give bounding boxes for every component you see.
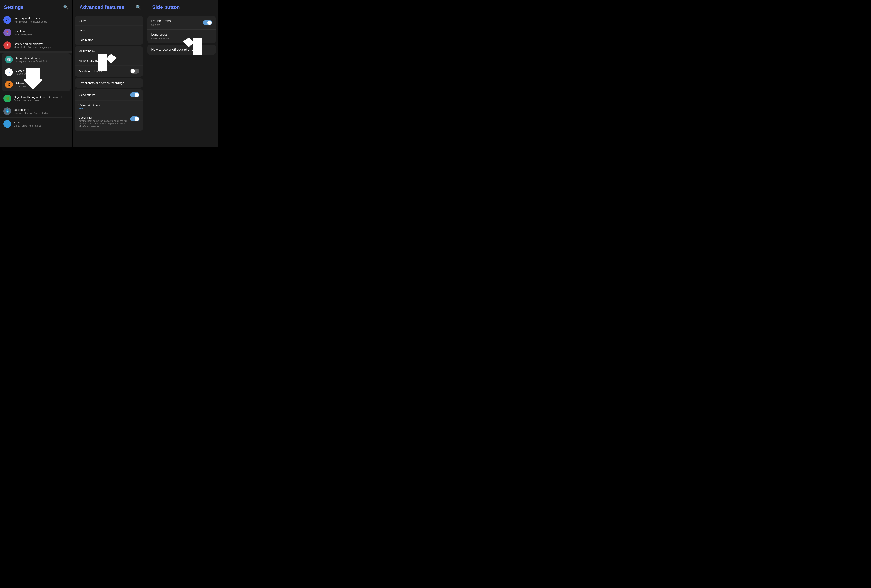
videobrightness-subtitle: Normal bbox=[79, 107, 100, 110]
advanced-title: Advanced features bbox=[15, 81, 39, 85]
advanced-features-title: Advanced features bbox=[79, 4, 124, 10]
doublepress-title: Double press bbox=[151, 19, 171, 23]
settings-header: Settings 🔍 bbox=[0, 0, 72, 13]
safety-title: Safety and emergency bbox=[14, 42, 55, 45]
videobrightness-title: Video brightness bbox=[79, 104, 100, 107]
side-item-howtopower[interactable]: How to power off your phone bbox=[147, 45, 216, 55]
safety-icon: ⚠ bbox=[3, 42, 11, 49]
doublepress-subtitle: Camera bbox=[151, 24, 171, 26]
adv-item-sidebutton[interactable]: Side button bbox=[75, 35, 143, 45]
settings-item-wellbeing[interactable]: 🌿 Digital Wellbeing and parental control… bbox=[0, 92, 72, 105]
google-subtitle: Google services bbox=[15, 73, 32, 75]
howtopower-title: How to power off your phone bbox=[151, 48, 193, 52]
security-title: Security and privacy bbox=[14, 17, 47, 20]
videoeffects-toggle-knob bbox=[135, 93, 139, 97]
side-item-doublepress[interactable]: Double press Camera bbox=[147, 16, 216, 30]
doublepress-toggle-knob bbox=[207, 21, 212, 25]
side-panel-list: Double press Camera Long press Power off… bbox=[145, 13, 218, 147]
settings-item-google[interactable]: G Google Google services bbox=[1, 66, 71, 78]
security-icon: 🛡 bbox=[3, 16, 11, 24]
devicecare-title: Device care bbox=[14, 108, 49, 111]
settings-title: Settings bbox=[4, 4, 24, 10]
sidebutton-title: Side button bbox=[79, 38, 93, 42]
settings-panel: Settings 🔍 🛡 Security and privacy Auto B… bbox=[0, 0, 72, 147]
advanced-header: ‹ Advanced features 🔍 bbox=[73, 0, 145, 13]
devicecare-subtitle: Storage · Memory · App protection bbox=[14, 112, 49, 114]
google-title: Google bbox=[15, 69, 32, 72]
doublepress-toggle[interactable] bbox=[203, 20, 212, 25]
apps-title: Apps bbox=[14, 121, 42, 124]
onehand-toggle-knob bbox=[131, 69, 135, 73]
devicecare-icon: 💠 bbox=[3, 107, 11, 115]
side-item-longpress[interactable]: Long press Power off menu bbox=[147, 30, 216, 43]
apps-subtitle: Default apps · App settings bbox=[14, 124, 42, 127]
adv-item-labs[interactable]: Labs bbox=[75, 25, 143, 35]
advanced-panel: ‹ Advanced features 🔍 Bixby Labs Side bu… bbox=[73, 0, 145, 147]
accounts-icon: 🔄 bbox=[5, 56, 13, 63]
side-standalone-howto: How to power off your phone bbox=[147, 45, 216, 55]
adv-item-multiwindow[interactable]: Multi window bbox=[75, 46, 143, 56]
safety-subtitle: Medical info · Wireless emergency alerts bbox=[14, 46, 55, 49]
videoeffects-title: Video effects bbox=[79, 93, 95, 97]
labs-title: Labs bbox=[79, 29, 85, 32]
superhdr-toggle[interactable] bbox=[130, 117, 139, 121]
adv-group-3: Screenshots and screen recordings bbox=[75, 78, 143, 88]
location-subtitle: Location requests bbox=[14, 33, 32, 36]
adv-group-1: Bixby Labs Side button bbox=[75, 16, 143, 45]
settings-list: 🛡 Security and privacy Auto Blocker · Pe… bbox=[0, 13, 72, 147]
bixby-title: Bixby bbox=[79, 19, 86, 22]
adv-item-screenshots[interactable]: Screenshots and screen recordings bbox=[75, 78, 143, 88]
search-icon[interactable]: 🔍 bbox=[63, 5, 69, 10]
adv-item-motions[interactable]: Motions and gestures bbox=[75, 56, 143, 66]
adv-item-onehand[interactable]: One-handed mode bbox=[75, 66, 143, 77]
motions-title: Motions and gestures bbox=[79, 59, 106, 62]
back-icon[interactable]: ‹ bbox=[77, 5, 78, 9]
accounts-title: Accounts and backup bbox=[15, 57, 49, 60]
wellbeing-title: Digital Wellbeing and parental controls bbox=[14, 95, 63, 99]
location-icon: 📍 bbox=[3, 29, 11, 36]
adv-item-videoeffects[interactable]: Video effects bbox=[75, 89, 143, 100]
sidebutton-back-icon[interactable]: ‹ bbox=[149, 5, 151, 9]
security-subtitle: Auto Blocker · Permission usage bbox=[14, 20, 47, 23]
apps-icon: ⠿ bbox=[3, 120, 11, 128]
settings-item-accounts[interactable]: 🔄 Accounts and backup Manage accounts · … bbox=[1, 53, 71, 66]
longpress-subtitle: Power off menu bbox=[151, 37, 169, 40]
settings-item-apps[interactable]: ⠿ Apps Default apps · App settings bbox=[0, 118, 72, 130]
superhdr-title: Super HDR bbox=[79, 116, 128, 119]
sidebutton-header: ‹ Side button bbox=[145, 0, 218, 13]
adv-item-bixby[interactable]: Bixby bbox=[75, 16, 143, 25]
sidebutton-title: Side button bbox=[152, 4, 180, 10]
settings-item-advanced[interactable]: ⚙ Advanced features Labs · Side button bbox=[1, 78, 71, 91]
onehand-title: One-handed mode bbox=[79, 70, 103, 73]
advanced-list: Bixby Labs Side button Multi window bbox=[73, 13, 145, 147]
wellbeing-subtitle: Screen time · App timers bbox=[14, 99, 63, 102]
adv-item-superhdr[interactable]: Super HDR Automatically adjust the displ… bbox=[75, 113, 143, 131]
settings-item-devicecare[interactable]: 💠 Device care Storage · Memory · App pro… bbox=[0, 105, 72, 118]
advanced-subtitle: Labs · Side button bbox=[15, 85, 39, 88]
advanced-icon: ⚙ bbox=[5, 81, 13, 88]
accounts-subtitle: Manage accounts · Smart Switch bbox=[15, 60, 49, 63]
adv-item-videobrightness[interactable]: Video brightness Normal bbox=[75, 100, 143, 113]
superhdr-subtitle: Automatically adjust the display to show… bbox=[79, 120, 128, 128]
google-icon: G bbox=[5, 68, 13, 76]
adv-search-icon[interactable]: 🔍 bbox=[136, 5, 141, 10]
side-group-1: Double press Camera Long press Power off… bbox=[147, 16, 216, 43]
settings-item-location[interactable]: 📍 Location Location requests bbox=[0, 26, 72, 39]
adv-group-4: Video effects Video brightness Normal Su… bbox=[75, 89, 143, 131]
superhdr-toggle-knob bbox=[135, 117, 139, 121]
onehand-toggle[interactable] bbox=[130, 69, 139, 73]
screenshots-title: Screenshots and screen recordings bbox=[79, 81, 124, 85]
multiwindow-title: Multi window bbox=[79, 49, 95, 52]
sidebutton-panel: ‹ Side button Double press Camera Long p… bbox=[145, 0, 218, 147]
settings-item-security[interactable]: 🛡 Security and privacy Auto Blocker · Pe… bbox=[0, 14, 72, 26]
adv-group-2: Multi window Motions and gestures One-ha… bbox=[75, 46, 143, 77]
videoeffects-toggle[interactable] bbox=[130, 92, 139, 97]
longpress-title: Long press bbox=[151, 33, 169, 37]
settings-item-safety[interactable]: ⚠ Safety and emergency Medical info · Wi… bbox=[0, 39, 72, 52]
location-title: Location bbox=[14, 30, 32, 33]
wellbeing-icon: 🌿 bbox=[3, 94, 11, 102]
